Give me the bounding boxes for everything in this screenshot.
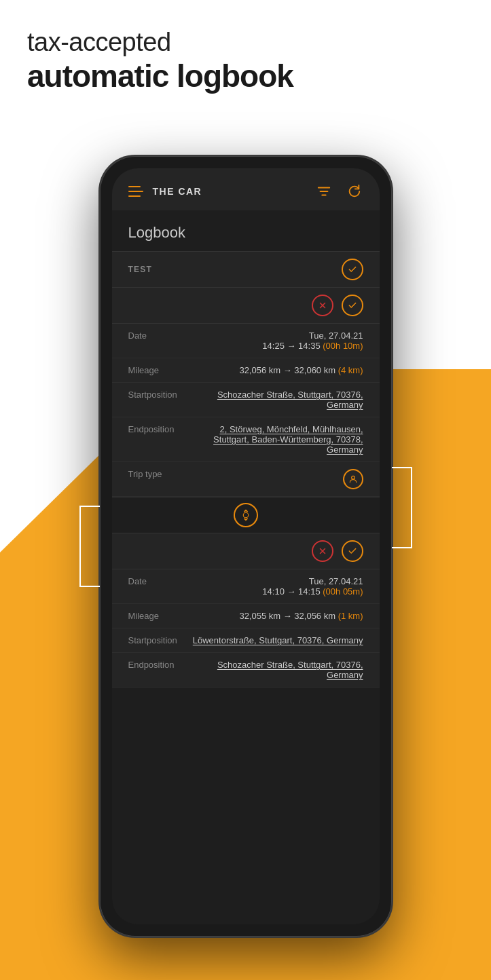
header-section: tax-accepted automatic logbook (27, 27, 293, 94)
date-duration-1: (00h 10m) (323, 341, 363, 351)
bracket-left-decoration (79, 506, 100, 587)
date-time-1: 14:25 → 14:35 (262, 341, 323, 351)
header-subtitle: tax-accepted (27, 27, 293, 58)
phone-frame: THE CAR (100, 156, 392, 937)
reject-button-1[interactable] (312, 295, 333, 316)
hamburger-line-2 (128, 191, 143, 192)
end-label-1: Endposition (128, 424, 189, 434)
trips-list[interactable]: TEST (112, 251, 380, 924)
svg-point-3 (243, 512, 249, 518)
mileage-text-1: 32,056 km → 32,060 km (239, 365, 338, 375)
section-title: Logbook (128, 224, 363, 242)
start-value-1[interactable]: Schozacher Straße, Stuttgart, 70376, Ger… (189, 390, 363, 410)
trip-card-1: TEST (112, 251, 380, 497)
trip-card-2: Date Tue, 27.04.21 14:10 → 14:15 (00h 05… (112, 533, 380, 687)
trip-end-row-1: Endposition 2, Störweg, Mönchfeld, Mühlh… (112, 417, 380, 462)
phone-screen: THE CAR (112, 168, 380, 924)
trip-actions-row-1 (312, 295, 363, 316)
trip-action-row-2 (112, 533, 380, 569)
trip-actions-row-2 (312, 540, 363, 562)
confirm-button-2[interactable] (342, 540, 363, 562)
mileage-diff-2: (1 km) (338, 611, 363, 621)
hamburger-line-1 (128, 186, 141, 187)
trip-mileage-row-1: Mileage 32,056 km → 32,060 km (4 km) (112, 358, 380, 383)
end-value-1[interactable]: 2, Störweg, Mönchfeld, Mühlhausen, Stutt… (189, 424, 363, 455)
date-value-2: Tue, 27.04.21 14:10 → 14:15 (00h 05m) (189, 576, 363, 597)
confirm-button-1[interactable] (342, 259, 363, 280)
mileage-value-1: 32,056 km → 32,060 km (4 km) (189, 365, 363, 375)
mileage-label-2: Mileage (128, 611, 189, 621)
section-header: Logbook (112, 210, 380, 251)
date-text-2: Tue, 27.04.21 (309, 576, 363, 586)
refresh-button[interactable] (344, 182, 363, 201)
trip-actions-1 (342, 259, 363, 280)
trip-type-row-1: Trip type (112, 462, 380, 497)
sync-icon[interactable] (234, 503, 258, 527)
top-bar-right (314, 182, 363, 201)
sync-divider (112, 497, 380, 533)
date-duration-2: (00h 05m) (323, 586, 363, 597)
trip-end-row-2: Endposition Schozacher Straße, Stuttgart… (112, 653, 380, 687)
trip-action-row-1 (112, 288, 380, 324)
start-label-1: Startposition (128, 390, 189, 400)
date-label-2: Date (128, 576, 189, 586)
date-text-1: Tue, 27.04.21 (309, 331, 363, 341)
start-label-2: Startposition (128, 635, 189, 645)
hamburger-line-3 (128, 195, 141, 197)
car-title: THE CAR (153, 186, 202, 197)
start-value-2[interactable]: Löwentorstraße, Stuttgart, 70376, German… (189, 635, 363, 645)
menu-button[interactable] (128, 186, 143, 197)
trip-date-row-1: Date Tue, 27.04.21 14:25 → 14:35 (00h 10… (112, 324, 380, 358)
end-value-2[interactable]: Schozacher Straße, Stuttgart, 70376, Ger… (189, 660, 363, 680)
top-bar: THE CAR (112, 168, 380, 210)
date-value-1: Tue, 27.04.21 14:25 → 14:35 (00h 10m) (189, 331, 363, 351)
triptype-label-1: Trip type (128, 469, 189, 479)
mileage-diff-1: (4 km) (338, 365, 363, 375)
trip-start-row-2: Startposition Löwentorstraße, Stuttgart,… (112, 628, 380, 653)
date-label-1: Date (128, 331, 189, 341)
bracket-right-decoration (392, 467, 412, 548)
phone-mockup: THE CAR (100, 156, 392, 937)
trip-mileage-row-2: Mileage 32,055 km → 32,056 km (1 km) (112, 604, 380, 628)
trip-label-row-1: TEST (112, 252, 380, 288)
header-title: automatic logbook (27, 58, 293, 94)
reject-button-2[interactable] (312, 540, 333, 562)
mileage-value-2: 32,055 km → 32,056 km (1 km) (189, 611, 363, 621)
trip-label-1: TEST (128, 265, 152, 274)
trip-start-row-1: Startposition Schozacher Straße, Stuttga… (112, 383, 380, 417)
trip-type-icon-1[interactable] (343, 469, 363, 489)
trip-date-row-2: Date Tue, 27.04.21 14:10 → 14:15 (00h 05… (112, 569, 380, 604)
filter-button[interactable] (314, 182, 333, 201)
top-bar-left: THE CAR (128, 186, 202, 197)
svg-point-2 (351, 476, 354, 479)
mileage-label-1: Mileage (128, 365, 189, 375)
end-label-2: Endposition (128, 660, 189, 670)
date-time-2: 14:10 → 14:15 (262, 586, 323, 597)
mileage-text-2: 32,055 km → 32,056 km (239, 611, 338, 621)
confirm-button-1b[interactable] (342, 295, 363, 316)
